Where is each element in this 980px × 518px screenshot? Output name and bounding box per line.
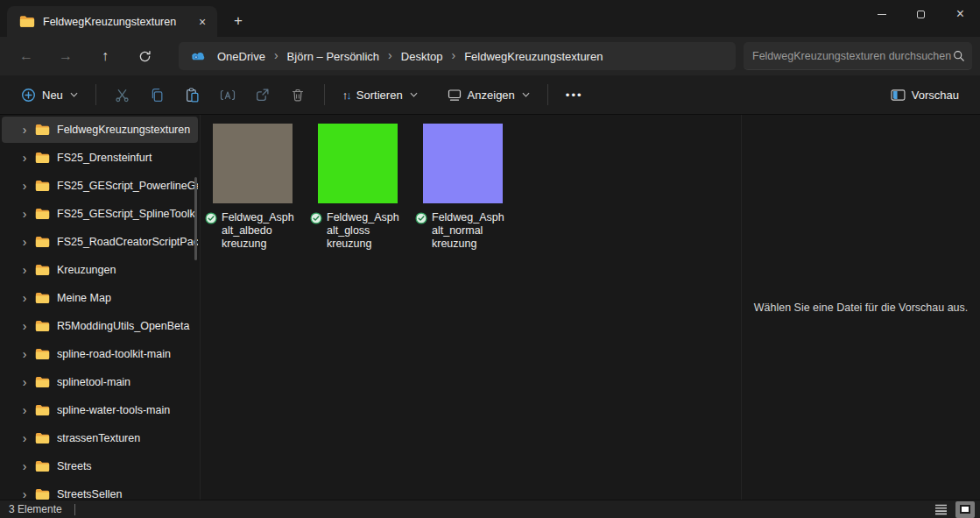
toolbar-divider — [547, 84, 548, 105]
explorer-body: › FeldwegKreuzungstexturen › FS25_Drenst… — [0, 115, 980, 500]
sidebar-item-strassentexturen[interactable]: › strassenTexturen — [2, 425, 198, 451]
sidebar-scrollbar[interactable] — [194, 177, 197, 260]
folder-icon — [35, 320, 50, 332]
sidebar-item-r5moddingutils[interactable]: › R5ModdingUtils_OpenBeta — [2, 313, 198, 339]
sidebar-item-streetssellen[interactable]: › StreetsSellen — [2, 481, 198, 500]
file-label: Feldweg_Asph alt_normal kreuzung — [414, 211, 512, 251]
search-icon[interactable] — [953, 50, 965, 62]
copy-button[interactable] — [140, 80, 175, 110]
toolbar-divider — [95, 84, 96, 105]
minimize-button[interactable] — [862, 0, 901, 28]
view-icon — [448, 89, 462, 102]
expand-chevron-icon[interactable]: › — [16, 319, 33, 333]
search-input[interactable] — [752, 50, 953, 62]
paste-icon — [185, 88, 200, 103]
sidebar-item-label: StreetsSellen — [57, 488, 198, 500]
preview-toggle-button[interactable]: Vorschau — [882, 82, 968, 108]
plus-circle-icon — [21, 88, 36, 103]
sidebar-item-spline-road-toolkit[interactable]: › spline-road-toolkit-main — [2, 341, 198, 367]
sort-button[interactable]: ↑↓ Sortieren — [334, 82, 427, 108]
breadcrumb-item-onedrive[interactable]: OneDrive — [212, 47, 271, 66]
sidebar-item-streets[interactable]: › Streets — [2, 453, 198, 479]
file-item-normal[interactable]: Feldweg_Asph alt_normal kreuzung — [414, 124, 512, 251]
sidebar-item-label: FS25_GEScript_PowerlineGe — [57, 180, 198, 192]
onedrive-synced-icon — [310, 212, 322, 228]
file-item-gloss[interactable]: Feldweg_Asph alt_gloss kreuzung — [309, 124, 407, 251]
expand-chevron-icon[interactable]: › — [16, 291, 33, 305]
new-button[interactable]: Neu — [12, 82, 87, 109]
navigation-pane: › FeldwegKreuzungstexturen › FS25_Drenst… — [0, 115, 201, 500]
forward-button[interactable]: → — [51, 42, 81, 70]
sidebar-item-label: R5ModdingUtils_OpenBeta — [57, 320, 198, 332]
preview-button-label: Vorschau — [912, 89, 959, 102]
view-button[interactable]: Anzeigen — [439, 82, 539, 108]
maximize-button[interactable] — [901, 0, 941, 28]
details-view-button[interactable] — [931, 501, 950, 518]
expand-chevron-icon[interactable]: › — [16, 403, 33, 417]
sidebar-item-meine-map[interactable]: › Meine Map — [2, 285, 198, 311]
sidebar-item-fs25-roadcreator[interactable]: › FS25_RoadCreatorScriptPac — [2, 229, 198, 255]
sidebar-item-label: FS25_RoadCreatorScriptPac — [57, 236, 198, 248]
search-box[interactable] — [744, 42, 972, 70]
paste-button[interactable] — [175, 80, 210, 110]
refresh-button[interactable] — [130, 42, 159, 70]
explorer-tab[interactable]: FeldwegKreuzungstexturen × — [7, 6, 217, 37]
folder-icon — [35, 264, 50, 276]
back-button[interactable]: ← — [11, 42, 41, 70]
large-icons-view-button[interactable] — [955, 501, 975, 518]
expand-chevron-icon[interactable]: › — [16, 347, 33, 361]
folder-icon — [19, 15, 35, 28]
command-bar: Neu ↑↓ Sortieren Anzeige — [0, 75, 980, 115]
minimize-icon — [878, 14, 886, 15]
folder-icon — [35, 404, 50, 416]
breadcrumb-chevron-icon: › — [448, 48, 459, 64]
file-item-albedo[interactable]: Feldweg_Asph alt_albedo kreuzung — [204, 124, 302, 251]
ellipsis-icon: ••• — [566, 89, 583, 102]
sidebar-item-fs25-drensteinfurt[interactable]: › FS25_Drensteinfurt — [2, 145, 198, 171]
address-bar[interactable]: OneDrive › Björn – Persönlich › Desktop … — [179, 42, 736, 70]
expand-chevron-icon[interactable]: › — [16, 151, 33, 165]
expand-chevron-icon[interactable]: › — [16, 263, 33, 277]
nav-buttons: ← → ↑ — [0, 42, 159, 70]
sidebar-item-label: Streets — [57, 460, 198, 472]
up-button[interactable]: ↑ — [90, 42, 120, 70]
delete-button[interactable] — [280, 80, 315, 110]
breadcrumb-item-current-folder[interactable]: FeldwegKreuzungstexturen — [459, 47, 608, 66]
folder-icon — [35, 292, 50, 304]
folder-icon — [35, 208, 50, 220]
sidebar-item-fs25-gescript-splinetoolkit[interactable]: › FS25_GEScript_SplineToolk — [2, 201, 198, 227]
folder-icon — [35, 376, 50, 388]
expand-chevron-icon[interactable]: › — [16, 375, 33, 389]
share-button[interactable] — [245, 80, 280, 110]
sidebar-item-spline-water-tools[interactable]: › spline-water-tools-main — [2, 397, 198, 423]
expand-chevron-icon[interactable]: › — [16, 459, 33, 473]
sidebar-item-fs25-gescript-powerline[interactable]: › FS25_GEScript_PowerlineGe — [2, 173, 198, 199]
close-button[interactable]: × — [941, 0, 980, 28]
file-list-area[interactable]: Feldweg_Asph alt_albedo kreuzung Feldweg… — [201, 115, 741, 500]
expand-chevron-icon[interactable]: › — [16, 179, 33, 193]
large-icons-view-icon — [960, 505, 970, 514]
expand-chevron-icon[interactable]: › — [16, 207, 33, 221]
status-bar: 3 Elemente — [0, 500, 980, 518]
sort-icon: ↑↓ — [342, 89, 350, 102]
expand-chevron-icon[interactable]: › — [16, 487, 33, 500]
onedrive-synced-icon — [205, 212, 217, 228]
expand-chevron-icon[interactable]: › — [16, 235, 33, 249]
sidebar-item-kreuzungen[interactable]: › Kreuzungen — [2, 257, 198, 283]
expand-chevron-icon[interactable]: › — [16, 431, 33, 445]
sidebar-item-splinetool-main[interactable]: › splinetool-main — [2, 369, 198, 395]
rename-button[interactable] — [210, 80, 245, 110]
expand-chevron-icon[interactable]: › — [16, 123, 33, 137]
sort-button-label: Sortieren — [356, 89, 403, 102]
view-toggle-group — [931, 501, 980, 518]
breadcrumb-item-desktop[interactable]: Desktop — [396, 47, 448, 66]
chevron-down-icon — [410, 92, 418, 97]
tab-close-button[interactable]: × — [194, 14, 210, 30]
new-tab-button[interactable]: + — [226, 9, 250, 33]
preview-pane: Wählen Sie eine Datei für die Vorschau a… — [741, 115, 980, 500]
sidebar-item-feldwegkreuzungstexturen[interactable]: › FeldwegKreuzungstexturen — [2, 117, 198, 143]
more-options-button[interactable]: ••• — [557, 82, 592, 108]
breadcrumb-item-user[interactable]: Björn – Persönlich — [282, 47, 385, 66]
cut-button[interactable] — [105, 80, 140, 110]
onedrive-icon — [189, 50, 207, 62]
